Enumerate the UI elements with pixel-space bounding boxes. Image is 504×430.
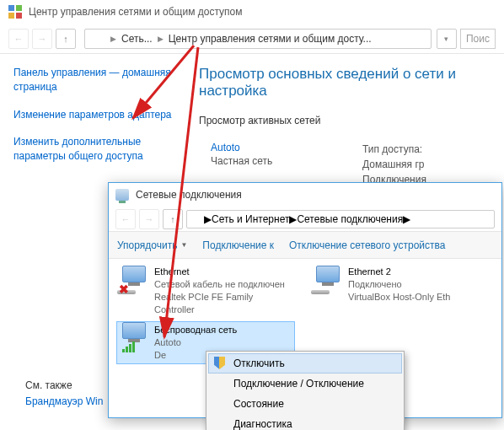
control-panel-icon bbox=[90, 33, 102, 45]
connect-to-button[interactable]: Подключение к bbox=[202, 239, 274, 251]
menu-connect-disconnect[interactable]: Подключение / Отключение bbox=[208, 374, 402, 394]
see-also: См. также Брандмауэр Win bbox=[25, 378, 103, 410]
nav-bar: ← → ↑ ▶ Сеть и Интернет ▶ Сетевые подклю… bbox=[109, 207, 501, 232]
breadcrumb-item[interactable]: Сетевые подключения bbox=[297, 213, 403, 225]
dropdown-button[interactable]: ▾ bbox=[437, 29, 457, 49]
context-menu: Отключить Подключение / Отключение Состо… bbox=[206, 351, 405, 430]
chevron-right-icon: ▶ bbox=[110, 35, 116, 43]
window-titlebar: Сетевые подключения bbox=[109, 183, 501, 207]
menu-status[interactable]: Состояние bbox=[208, 394, 402, 414]
back-button[interactable]: ← bbox=[8, 29, 29, 49]
access-type-label: Тип доступа: bbox=[362, 142, 426, 157]
ethernet-connected-icon bbox=[311, 266, 345, 296]
sidebar-home-link[interactable]: Панель управления — домашняя страница bbox=[13, 66, 174, 94]
chevron-right-icon: ▶ bbox=[403, 213, 410, 225]
forward-button[interactable]: → bbox=[32, 29, 52, 49]
adapter-ethernet2[interactable]: Ethernet 2ПодключеноVirtualBox Host-Only… bbox=[311, 266, 488, 315]
chevron-right-icon: ▶ bbox=[289, 213, 297, 225]
active-network-row: Autoto Частная сеть Тип доступа: Домашня… bbox=[199, 138, 491, 187]
adapter-ethernet[interactable]: ✖ EthernetСетевой кабель не подключенRea… bbox=[117, 266, 294, 315]
organize-menu[interactable]: Упорядочить▼ bbox=[117, 239, 187, 251]
homegroup-label: Домашняя гр bbox=[362, 157, 426, 172]
chevron-down-icon: ▼ bbox=[180, 241, 187, 249]
disable-device-button[interactable]: Отключение сетевого устройства bbox=[289, 239, 445, 251]
breadcrumb-item[interactable]: Центр управления сетями и общим досту... bbox=[169, 33, 372, 45]
shield-icon bbox=[214, 357, 228, 370]
control-panel-icon bbox=[8, 5, 22, 19]
breadcrumb-item[interactable]: Сеть и Интернет bbox=[212, 213, 289, 225]
sidebar-sharing-link[interactable]: Изменить дополнительные параметры общего… bbox=[13, 135, 174, 164]
chevron-right-icon: ▶ bbox=[204, 213, 212, 225]
section-label: Просмотр активных сетей bbox=[199, 115, 491, 126]
page-heading: Просмотр основных сведений о сети и наст… bbox=[199, 66, 491, 99]
forward-button[interactable]: → bbox=[139, 209, 159, 229]
breadcrumb[interactable]: ▶ Сеть... ▶ Центр управления сетями и об… bbox=[84, 29, 432, 49]
search-input[interactable]: Поис bbox=[460, 29, 496, 49]
ethernet-disconnected-icon: ✖ bbox=[117, 266, 151, 296]
network-icon bbox=[115, 189, 129, 201]
up-button[interactable]: ↑ bbox=[163, 209, 183, 229]
network-name-link[interactable]: Autoto bbox=[211, 142, 362, 153]
sidebar: Панель управления — домашняя страница Из… bbox=[13, 66, 174, 187]
menu-diagnose[interactable]: Диагностика bbox=[208, 414, 402, 430]
window-title: Сетевые подключения bbox=[136, 189, 242, 201]
wifi-connected-icon bbox=[117, 322, 151, 352]
main-panel: Просмотр основных сведений о сети и наст… bbox=[174, 66, 491, 187]
toolbar: Упорядочить▼ Подключение к Отключение се… bbox=[109, 232, 501, 259]
menu-disable[interactable]: Отключить bbox=[208, 353, 402, 374]
firewall-link[interactable]: Брандмауэр Win bbox=[25, 394, 103, 410]
back-button[interactable]: ← bbox=[115, 209, 136, 229]
window-titlebar: Центр управления сетями и общим доступом bbox=[0, 0, 504, 24]
window-title: Центр управления сетями и общим доступом bbox=[29, 6, 243, 18]
network-type: Частная сеть bbox=[211, 153, 362, 167]
sidebar-adapter-settings-link[interactable]: Изменение параметров адаптера bbox=[13, 108, 174, 122]
up-button[interactable]: ↑ bbox=[56, 29, 76, 49]
nav-bar: ← → ↑ ▶ Сеть... ▶ Центр управления сетям… bbox=[0, 24, 504, 54]
breadcrumb-item[interactable]: Сеть... bbox=[121, 33, 153, 45]
network-icon bbox=[192, 214, 204, 224]
breadcrumb[interactable]: ▶ Сеть и Интернет ▶ Сетевые подключения … bbox=[186, 210, 495, 228]
chevron-right-icon: ▶ bbox=[158, 35, 164, 43]
